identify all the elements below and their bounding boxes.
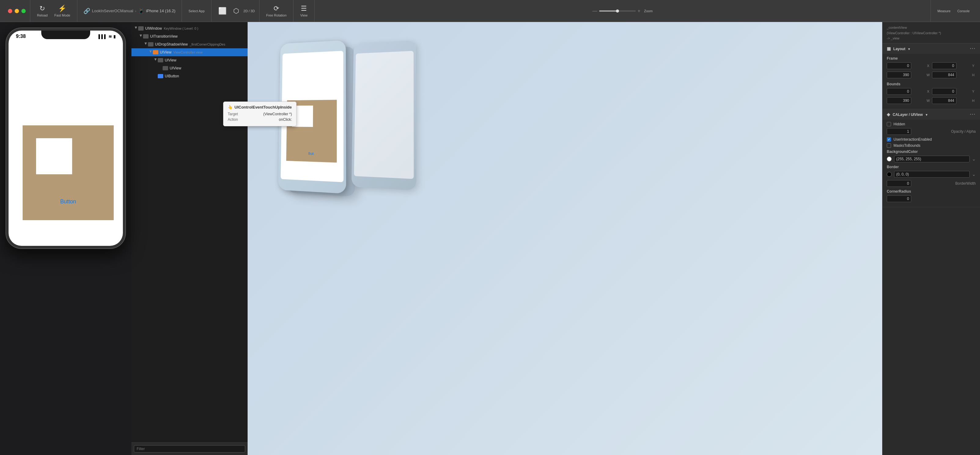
bounds-w-input[interactable]	[887, 97, 911, 104]
border-width-label: BorderWidth	[955, 181, 976, 186]
frame-w-input[interactable]	[887, 72, 911, 78]
tooltip-target-key: Target	[228, 112, 238, 116]
hierarchy-item[interactable]: UIView	[132, 64, 248, 72]
border-width-input[interactable]	[887, 180, 911, 187]
hierarchy-item[interactable]: ▶ UITransitionView	[132, 32, 248, 40]
phone-extra-layer	[352, 40, 416, 191]
corner-radius-input[interactable]	[887, 196, 911, 202]
frame-y-input[interactable]	[932, 62, 956, 69]
tooltip-action-val: onClick:	[279, 118, 292, 122]
sim-button-label[interactable]: Button	[22, 199, 114, 205]
hierarchy-item[interactable]: ▶ UIDropShadowView _firstCornerClippingD…	[132, 40, 248, 48]
layout-icon: ▦	[887, 46, 891, 51]
bg-color-input[interactable]	[894, 156, 970, 162]
hierarchy-item[interactable]: ▶ UIWindow KeyWindow ( Level: 0 )	[132, 24, 248, 32]
bounds-h-label: H	[971, 99, 976, 102]
node-detail: _firstCornerClippingDes	[189, 43, 225, 46]
status-icons: ▌▌▌ ≋ ▮	[99, 34, 116, 39]
rotation-icon: ⟳	[274, 5, 279, 13]
view-button[interactable]: ☰ View	[298, 3, 310, 18]
free-rotation-button[interactable]: ⟳ Free Rotation	[264, 3, 289, 18]
tooltip-title-text: UIControlEventTouchUpInside	[234, 105, 292, 110]
tooltip-title: 👆 UIControlEventTouchUpInside	[228, 105, 292, 110]
node-detail: ViewController.view	[173, 51, 203, 54]
zoom-minus[interactable]: —	[592, 8, 597, 14]
hierarchy-item[interactable]: ▶ UIView ViewController.view	[132, 48, 248, 56]
calayer-dots[interactable]: ···	[970, 111, 976, 117]
corner-radius-row	[887, 196, 976, 202]
expand-arrow[interactable]: ▶	[139, 34, 143, 38]
filter-input[interactable]	[134, 445, 245, 453]
layout-header-left: ▦ Layout ▼	[887, 46, 911, 51]
node-icon	[158, 74, 163, 78]
calayer-header-left: ◈ CALayer / UIView ▼	[887, 112, 928, 117]
calayer-section: ◈ CALayer / UIView ▼ ··· Hidden Opacity …	[883, 109, 980, 207]
measure-group: Measure Console	[931, 0, 976, 22]
console-button[interactable]: Console	[955, 8, 972, 14]
layout-dots[interactable]: ···	[970, 46, 976, 51]
node-name: UITransitionView	[150, 34, 178, 38]
border-color-input[interactable]	[894, 171, 970, 178]
hidden-label: Hidden	[894, 122, 905, 126]
border-color-circle[interactable]	[887, 172, 892, 177]
expand-arrow[interactable]: ▶	[154, 58, 158, 62]
sim-white-square	[36, 138, 72, 174]
hierarchy-item[interactable]: UIButton	[132, 72, 248, 80]
app-icon: 🔗	[83, 8, 90, 14]
sim-brown-view: Button	[22, 126, 114, 220]
calayer-label: CALayer / UIView	[892, 113, 923, 117]
frame-y-label: Y	[971, 64, 976, 68]
view3d-panel[interactable]: Butt	[248, 22, 882, 455]
minimize-button[interactable]	[15, 9, 19, 13]
measure-button[interactable]: Measure	[935, 8, 953, 14]
zoom-label: Zoom	[644, 9, 652, 13]
right-header: _contentView (ViewController : UIViewCon…	[883, 22, 980, 43]
close-button[interactable]	[8, 9, 12, 13]
device-icon: 📱	[138, 8, 144, 14]
calayer-section-body: Hidden Opacity / Alpha ✓ UserInteraction…	[883, 119, 980, 207]
bg-color-dropdown[interactable]: ⌄	[972, 157, 976, 161]
masks-to-bounds-row: MasksToBounds	[887, 143, 976, 148]
expand-arrow[interactable]: ▶	[135, 26, 138, 30]
bounds-label: Bounds	[887, 82, 976, 86]
calayer-section-header[interactable]: ◈ CALayer / UIView ▼ ···	[883, 109, 980, 119]
border-color-dropdown[interactable]: ⌄	[972, 172, 976, 177]
hierarchy-item[interactable]: ▶ UIView	[132, 56, 248, 64]
opacity-input[interactable]	[887, 128, 911, 135]
node-name: UIWindow	[145, 26, 162, 30]
2d-button[interactable]: ⬜	[216, 6, 229, 16]
hidden-checkbox[interactable]	[887, 122, 891, 126]
frame-h-input[interactable]	[932, 72, 956, 78]
view-icon: ☰	[301, 5, 307, 13]
reload-button[interactable]: ↻ Reload	[35, 3, 50, 18]
status-time: 9:38	[16, 33, 25, 39]
phone-extra-screen	[354, 51, 414, 179]
bounds-h-input[interactable]	[932, 97, 956, 104]
bounds-y-input[interactable]	[932, 88, 956, 95]
window-controls	[4, 0, 30, 22]
masks-to-bounds-label: MasksToBounds	[894, 143, 920, 148]
expand-arrow[interactable]: ▶	[149, 50, 153, 54]
frame-x-input[interactable]	[887, 62, 911, 69]
expand-arrow[interactable]: ▶	[144, 42, 148, 46]
frame-label: Frame	[887, 56, 976, 60]
bg-color-circle[interactable]	[887, 157, 892, 161]
user-interaction-checkbox[interactable]: ✓	[887, 137, 891, 142]
console-label: Console	[958, 9, 970, 13]
bg-color-label: BackgroundColor	[887, 150, 976, 154]
bounds-x-input[interactable]	[887, 88, 911, 95]
device-name: iPhone 14 (16.2)	[146, 9, 175, 13]
fast-mode-button[interactable]: ⚡ Fast Mode	[52, 3, 73, 18]
iphone-notch	[41, 30, 90, 39]
opacity-label: Opacity / Alpha	[951, 129, 976, 134]
maximize-button[interactable]	[21, 9, 25, 13]
layout-section-header[interactable]: ▦ Layout ▼ ···	[883, 43, 980, 54]
measure-label: Measure	[937, 9, 951, 13]
select-app-button[interactable]: Select App	[186, 8, 207, 14]
layout-section-body: Frame X Y W H Bounds X	[883, 54, 980, 109]
masks-to-bounds-checkbox[interactable]	[887, 143, 891, 148]
3d-button[interactable]: ⬡	[231, 6, 242, 16]
hand-icon: 👆	[228, 105, 232, 110]
2d3d-label: 2D / 3D	[243, 9, 255, 13]
zoom-plus[interactable]: +	[638, 8, 640, 14]
